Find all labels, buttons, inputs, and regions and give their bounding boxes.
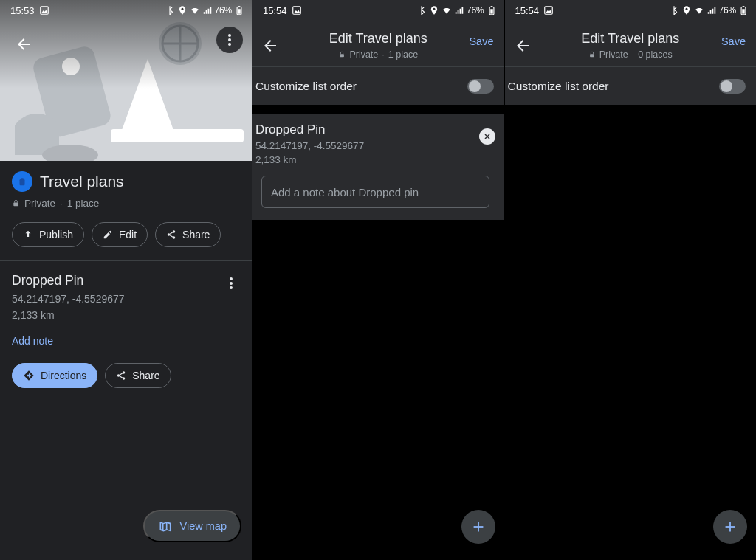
status-time: 15:54: [515, 5, 540, 16]
add-note-link[interactable]: Add note: [12, 335, 53, 347]
back-button[interactable]: [257, 32, 284, 59]
svg-rect-16: [20, 179, 25, 185]
close-icon: [483, 132, 492, 141]
svg-point-34: [685, 8, 687, 10]
lock-icon: [588, 50, 596, 59]
svg-rect-15: [238, 9, 241, 13]
wifi-icon: [694, 5, 704, 15]
svg-rect-36: [743, 6, 744, 7]
svg-point-21: [173, 236, 176, 239]
status-bar: 15:54 76%: [252, 0, 504, 21]
wifi-icon: [190, 5, 200, 15]
share-icon: [166, 229, 176, 240]
place-share-button[interactable]: Share: [105, 363, 171, 388]
place-count: 1 place: [67, 198, 100, 209]
place-distance: 2,133 km: [255, 154, 495, 165]
svg-point-27: [433, 8, 436, 10]
svg-point-19: [173, 230, 176, 233]
location-icon: [177, 5, 188, 15]
share-icon: [116, 370, 126, 381]
plus-icon: [470, 519, 487, 535]
svg-point-24: [123, 377, 126, 379]
arrow-back-icon: [514, 37, 532, 55]
share-label: Share: [182, 229, 210, 241]
customize-label: Customize list order: [255, 80, 357, 93]
place-distance: 2,133 km: [12, 309, 240, 321]
directions-label: Directions: [41, 370, 86, 381]
directions-button[interactable]: Directions: [12, 363, 97, 388]
panel-list-view: 15:53 76% Travel plans Private · 1 pla: [0, 0, 252, 560]
arrow-back-icon: [261, 37, 279, 55]
svg-rect-29: [490, 6, 492, 7]
privacy-label: Private: [24, 198, 55, 209]
note-input[interactable]: Add a note about Dropped pin: [261, 176, 489, 208]
svg-rect-37: [742, 9, 745, 13]
list-badge: [12, 171, 32, 192]
bluetooth-icon: [416, 5, 427, 15]
wifi-icon: [441, 5, 452, 15]
suitcase-icon: [17, 175, 27, 188]
arrow-back-icon: [15, 35, 32, 53]
place-title: Dropped Pin: [255, 122, 495, 137]
save-button[interactable]: Save: [721, 35, 746, 47]
svg-rect-18: [13, 203, 18, 207]
pencil-icon: [103, 229, 113, 240]
battery-icon: [487, 5, 497, 15]
svg-rect-31: [340, 54, 344, 57]
lock-icon: [12, 198, 20, 208]
add-place-fab[interactable]: [713, 510, 747, 544]
signal-icon: [454, 5, 464, 15]
status-time: 15:54: [263, 5, 287, 16]
svg-marker-11: [41, 10, 47, 13]
note-placeholder: Add a note about Dropped pin: [271, 186, 419, 198]
place-coords: 54.2147197, -4.5529677: [255, 140, 495, 151]
location-icon: [429, 5, 439, 15]
remove-place-button[interactable]: [479, 128, 495, 145]
save-button[interactable]: Save: [469, 35, 493, 47]
svg-point-20: [168, 233, 171, 236]
svg-rect-25: [292, 7, 300, 15]
status-battery-pct: 76%: [467, 5, 484, 15]
share-button[interactable]: Share: [155, 222, 221, 247]
place-coords: 54.2147197, -4.5529677: [12, 293, 240, 305]
list-title-row: Travel plans: [12, 171, 240, 192]
add-place-fab[interactable]: [461, 510, 495, 544]
status-bar: 15:53 76%: [0, 0, 252, 21]
edit-label: Edit: [119, 229, 137, 241]
plus-icon: [722, 519, 738, 535]
bluetooth-icon: [669, 5, 679, 15]
image-icon: [39, 5, 49, 15]
publish-button[interactable]: Publish: [12, 222, 84, 247]
customize-toggle[interactable]: [719, 79, 746, 94]
back-button[interactable]: [9, 30, 38, 59]
place-card[interactable]: Dropped Pin 54.2147197, -4.5529677 2,133…: [12, 261, 240, 398]
view-map-button[interactable]: View map: [143, 510, 241, 542]
edit-button[interactable]: Edit: [92, 222, 148, 247]
status-battery-pct: 76%: [215, 5, 232, 15]
place-title: Dropped Pin: [12, 273, 240, 288]
svg-rect-10: [40, 7, 48, 15]
publish-icon: [23, 229, 33, 240]
customize-label: Customize list order: [508, 80, 609, 93]
svg-rect-14: [238, 6, 240, 7]
directions-icon: [23, 370, 35, 381]
status-bar: 15:54 76%: [505, 0, 757, 21]
signal-icon: [707, 5, 717, 15]
panel-edit-one-place: 15:54 76% Save Edit Travel plans: [252, 0, 504, 560]
more-vert-icon: [230, 277, 233, 289]
place-count: 0 places: [638, 49, 673, 60]
place-overflow-button[interactable]: [222, 274, 240, 292]
privacy-label: Private: [349, 49, 378, 60]
svg-marker-33: [546, 10, 552, 13]
overflow-menu-button[interactable]: [216, 27, 243, 53]
battery-icon: [234, 5, 244, 15]
bluetooth-icon: [165, 5, 175, 15]
image-icon: [292, 5, 302, 15]
place-count: 1 place: [388, 49, 418, 60]
back-button[interactable]: [509, 32, 536, 59]
edit-title: Edit Travel plans: [505, 31, 757, 46]
customize-toggle[interactable]: [467, 79, 494, 94]
list-subtitle: Private · 1 place: [12, 198, 240, 209]
battery-icon: [738, 5, 749, 15]
place-share-label: Share: [132, 370, 159, 381]
